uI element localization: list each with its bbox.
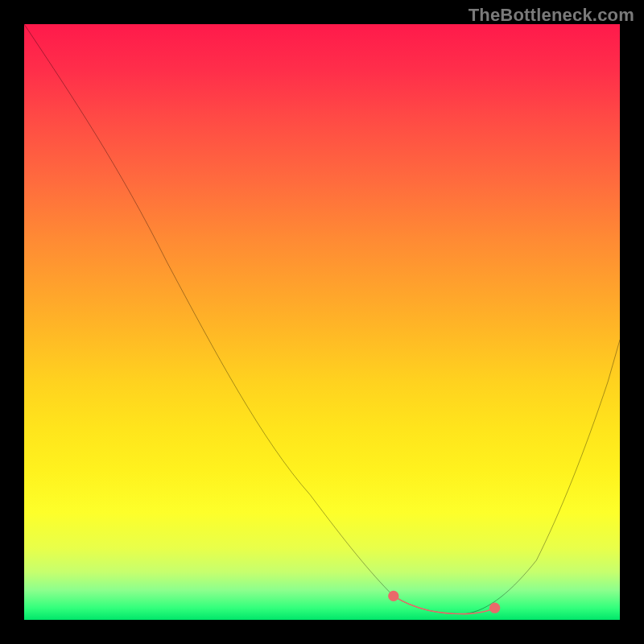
plot-area: [24, 24, 620, 620]
chart-svg: [24, 24, 620, 620]
chart-stage: TheBottleneck.com: [0, 0, 644, 644]
bottleneck-curve: [24, 24, 620, 614]
optimal-band-dot-left: [388, 591, 398, 601]
optimal-band-dot-right: [489, 603, 500, 613]
optimal-band: [394, 596, 495, 613]
watermark-text: TheBottleneck.com: [469, 5, 634, 26]
